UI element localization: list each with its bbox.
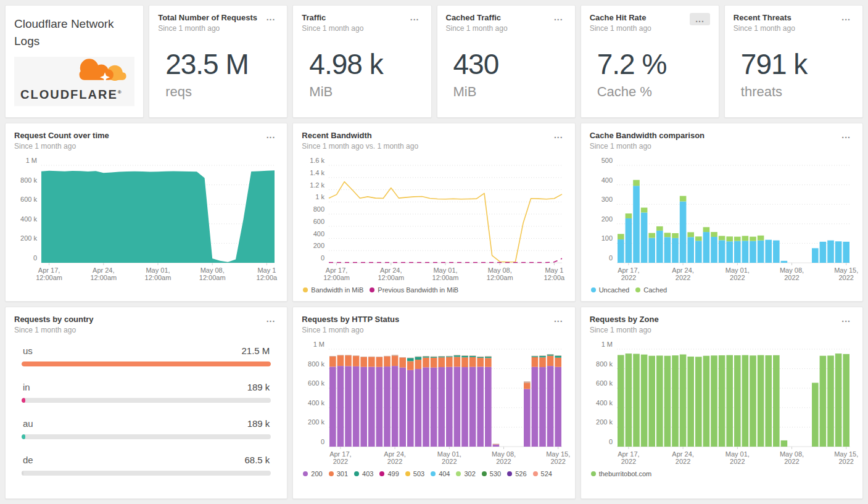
svg-text:12:00am: 12:00am <box>378 274 405 281</box>
svg-text:May 01,: May 01, <box>725 450 749 458</box>
panel-subtitle: Since 1 month ago <box>158 24 257 33</box>
panel-menu-button[interactable]: ... <box>407 13 423 22</box>
legend-label: Cached <box>643 286 667 294</box>
svg-text:Apr 17,: Apr 17, <box>329 450 351 458</box>
chart-legend: theburritobot.com <box>590 470 854 477</box>
legend-item[interactable]: Cached <box>635 286 667 294</box>
gauge-bar <box>22 434 25 439</box>
svg-text:500: 500 <box>601 157 612 164</box>
svg-text:300: 300 <box>601 196 612 203</box>
legend-color-dot <box>533 471 538 476</box>
legend-item[interactable]: 404 <box>431 470 450 477</box>
legend-item[interactable]: 403 <box>354 470 373 477</box>
chart-legend: UncachedCached <box>590 286 854 294</box>
legend-item[interactable]: 499 <box>379 470 399 477</box>
legend-label: Previous Bandwidth in MiB <box>378 286 458 294</box>
panel-menu-button[interactable]: ... <box>263 131 279 139</box>
requests-by-zone-chart[interactable]: 1 M800 k600 k400 k200 k0Apr 17,2022Apr 2… <box>590 339 854 466</box>
legend-color-dot <box>303 471 308 476</box>
svg-text:2022: 2022 <box>333 458 348 465</box>
panel-subtitle: Since 1 month ago <box>590 142 705 151</box>
panel-menu-button[interactable]: ... <box>263 13 279 22</box>
recent-bandwidth-chart[interactable]: 1.6 k1.4 k1.2 k1 k8006004002000Apr 17,12… <box>302 155 566 283</box>
legend-item[interactable]: Previous Bandwidth in MiB <box>370 286 458 294</box>
svg-text:2022: 2022 <box>730 458 745 465</box>
svg-text:12:00am: 12:00am <box>324 274 350 281</box>
svg-text:May 08,: May 08, <box>492 450 516 458</box>
panel-subtitle: Since 1 month ago <box>302 326 399 334</box>
http-status-chart[interactable]: 1 M800 k600 k400 k200 k0Apr 17,2022Apr 2… <box>302 339 566 466</box>
dashboard-title: Cloudflare Network Logs <box>14 15 134 49</box>
panel-recent-bandwidth: Recent Bandwidth Since 1 month ago vs. 1… <box>292 123 575 302</box>
svg-text:12:00a: 12:00a <box>544 274 566 281</box>
gauge-track <box>22 361 271 366</box>
panel-title: Traffic <box>302 13 363 22</box>
panel-http-status: Requests by HTTP Status Since 1 month ag… <box>292 307 575 499</box>
panel-menu-button[interactable]: ... <box>690 13 710 25</box>
svg-text:200: 200 <box>313 242 324 249</box>
request-count-chart[interactable]: 1 M800 k600 k400 k200 k0Apr 17,12:00amAp… <box>14 155 278 283</box>
country-label: de <box>23 455 33 465</box>
svg-text:12:00am: 12:00am <box>36 274 62 281</box>
legend-item[interactable]: theburritobot.com <box>591 470 652 477</box>
panel-request-count: Request Count over time Since 1 month ag… <box>5 123 287 302</box>
legend-item[interactable]: 530 <box>482 470 501 477</box>
svg-text:Apr 24,: Apr 24, <box>93 266 114 274</box>
panel-menu-button[interactable]: ... <box>838 13 854 22</box>
legend-item[interactable]: 200 <box>303 470 322 477</box>
panel-requests-by-country: Requests by country Since 1 month ago ..… <box>5 307 287 499</box>
gauge-track <box>22 398 271 403</box>
cloudflare-wordmark: CLOUDFLARE® <box>20 88 123 102</box>
legend-label: 404 <box>439 470 450 477</box>
svg-text:400 k: 400 k <box>308 399 324 407</box>
svg-text:600 k: 600 k <box>20 196 37 203</box>
legend-item[interactable]: 302 <box>456 470 475 477</box>
svg-text:2022: 2022 <box>497 458 511 465</box>
panel-subtitle: Since 1 month ago <box>734 24 795 33</box>
panel-title: Total Number of Requests <box>158 13 257 22</box>
cache-bandwidth-chart[interactable]: 5004003002001000Apr 17,2022Apr 24,2022Ma… <box>590 155 854 283</box>
legend-label: Uncached <box>599 286 630 294</box>
svg-text:Apr 17,: Apr 17, <box>618 450 639 458</box>
cloudflare-cloud-icon <box>39 57 132 86</box>
svg-text:May 08,: May 08, <box>488 266 512 274</box>
country-label: us <box>23 345 33 356</box>
legend-color-dot <box>635 287 640 292</box>
gauge-bar <box>22 361 271 366</box>
legend-item[interactable]: Bandwidth in MiB <box>303 286 363 294</box>
legend-label: theburritobot.com <box>599 470 652 477</box>
svg-text:2022: 2022 <box>730 274 745 281</box>
legend-color-dot <box>354 471 359 476</box>
legend-item[interactable]: 526 <box>507 470 526 477</box>
legend-label: Bandwidth in MiB <box>311 286 363 294</box>
panel-menu-button[interactable]: ... <box>838 315 854 323</box>
legend-item[interactable]: 301 <box>329 470 348 477</box>
panel-menu-button[interactable]: ... <box>551 13 566 22</box>
svg-text:1.4 k: 1.4 k <box>310 169 324 176</box>
panel-stat-recent-threats: Recent Threats Since 1 month ago ... 791… <box>724 5 863 118</box>
legend-item[interactable]: 524 <box>533 470 552 477</box>
panel-menu-button[interactable]: ... <box>838 131 854 139</box>
svg-text:1 k: 1 k <box>316 193 325 200</box>
panel-subtitle: Since 1 month ago <box>446 24 508 33</box>
panel-title: Cached Traffic <box>446 13 508 22</box>
svg-text:800 k: 800 k <box>20 176 37 184</box>
panel-menu-button[interactable]: ... <box>263 315 279 323</box>
legend-label: 301 <box>337 470 348 477</box>
legend-item[interactable]: Uncached <box>591 286 630 294</box>
legend-item[interactable]: 503 <box>405 470 424 477</box>
legend-label: 526 <box>515 470 526 477</box>
legend-color-dot <box>591 287 596 292</box>
legend-color-dot <box>591 471 596 476</box>
stat-unit: Cache % <box>597 84 710 100</box>
svg-text:May 1: May 1 <box>545 266 564 274</box>
svg-text:400 k: 400 k <box>20 215 37 223</box>
panel-menu-button[interactable]: ... <box>551 315 566 323</box>
panel-menu-button[interactable]: ... <box>551 131 566 139</box>
svg-text:12:00am: 12:00am <box>90 274 117 281</box>
panel-title: Request Count over time <box>14 131 109 140</box>
panel-brand: Cloudflare Network Logs CLOUDFLARE® <box>5 5 144 118</box>
svg-text:600: 600 <box>313 218 324 225</box>
panel-title: Cache Hit Rate <box>590 13 651 22</box>
panel-requests-by-zone: Requests by Zone Since 1 month ago ... 1… <box>581 307 863 499</box>
